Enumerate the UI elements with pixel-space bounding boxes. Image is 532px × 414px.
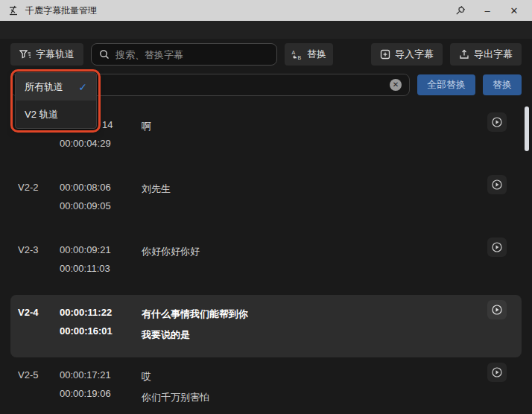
play-icon (491, 366, 503, 378)
window-title: 千鹿字幕批量管理 (25, 4, 97, 17)
import-icon (380, 49, 390, 60)
search-input[interactable] (115, 49, 269, 60)
dropdown-item-label: V2 轨道 (25, 108, 59, 121)
row-id: V2-4 (18, 307, 60, 318)
export-icon (459, 49, 469, 60)
export-label: 导出字幕 (474, 48, 513, 61)
check-icon: ✓ (78, 81, 87, 93)
import-subtitles-button[interactable]: 导入字幕 (371, 43, 443, 66)
row-text-line: 你好你好你好 (142, 241, 522, 262)
row-text-line: 哎 (142, 366, 522, 387)
search-box[interactable] (91, 43, 277, 66)
row-start-time: 00:00:11:22 (60, 307, 142, 318)
import-label: 导入字幕 (395, 48, 434, 61)
search-icon (99, 49, 110, 60)
play-button[interactable] (487, 112, 507, 132)
track-filter-button[interactable]: 字幕轨道 (10, 43, 83, 66)
replace-toggle-label: 替换 (307, 48, 326, 61)
row-start-time: 00:00:17:21 (60, 369, 142, 380)
row-end-time: 00:00:16:01 (60, 325, 142, 337)
row-end-time: 00:00:09:05 (60, 200, 142, 211)
row-end-time: 00:00:04:29 (60, 138, 142, 149)
svg-text:B: B (298, 55, 302, 60)
play-icon (491, 116, 503, 128)
play-button[interactable] (487, 363, 507, 382)
pin-icon (455, 5, 466, 16)
row-end-time: 00:00:19:06 (60, 388, 142, 399)
svg-text:A: A (292, 50, 296, 55)
export-subtitles-button[interactable]: 导出字幕 (450, 43, 522, 66)
row-end-time: 00:00:11:03 (60, 263, 142, 274)
row-id: V2-2 (18, 182, 60, 193)
play-button[interactable] (487, 238, 507, 257)
subtitle-row-3[interactable]: V2-3 00:00:09:21 00:00:11:03 你好你好你好 (10, 232, 522, 295)
row-id: V2-3 (18, 244, 60, 255)
play-icon (491, 241, 503, 253)
dropdown-item-v2-track[interactable]: V2 轨道 (16, 101, 96, 128)
header-band (0, 21, 532, 39)
subtitle-list: 14 00:00:04:29 啊 V2-2 00:00:08:06 00:00:… (0, 107, 532, 414)
track-filter-label: 字幕轨道 (36, 48, 75, 61)
dropdown-item-all-tracks[interactable]: 所有轨道 ✓ (16, 73, 96, 101)
clear-input-icon[interactable]: ✕ (390, 79, 402, 91)
row-text-line: 刘先生 (142, 179, 522, 200)
track-dropdown: 所有轨道 ✓ V2 轨道 (15, 72, 97, 129)
row-text-line: 你们千万别害怕 (142, 387, 522, 408)
scrollbar-thumb[interactable] (525, 106, 529, 151)
subtitle-row-2[interactable]: V2-2 00:00:08:06 00:00:09:05 刘先生 (10, 170, 522, 232)
toolbar: 字幕轨道 AB 替换 导入字幕 导 (0, 39, 532, 66)
subtitle-row-4-selected[interactable]: V2-4 00:00:11:22 00:00:16:01 有什么事情我们能帮到你… (10, 295, 522, 357)
row-start-time: 00:00:08:06 (60, 182, 142, 193)
replace-ab-icon: AB (291, 49, 303, 60)
row-text-line: 我要说的是 (142, 325, 522, 345)
pin-button[interactable] (450, 1, 471, 19)
replace-all-button[interactable]: 全部替换 (417, 74, 475, 95)
replace-button[interactable]: 替换 (483, 74, 522, 95)
titlebar: 千鹿字幕批量管理 – ✕ (0, 0, 532, 21)
row-start-time: 00:00:09:21 (60, 244, 142, 255)
filter-icon (19, 49, 31, 60)
row-text-line: 有什么事情我们能帮到你 (142, 304, 522, 325)
replace-toggle-button[interactable]: AB 替换 (285, 43, 333, 66)
play-icon (491, 304, 503, 316)
row-id: V2-5 (18, 369, 60, 380)
dropdown-item-label: 所有轨道 (25, 80, 63, 94)
row-text-line: 啊 (142, 116, 522, 137)
play-icon (491, 179, 503, 191)
app-logo-icon (7, 4, 19, 16)
subtitle-row-5[interactable]: V2-5 00:00:17:21 00:00:19:06 哎 你们千万别害怕 (10, 357, 522, 414)
play-button[interactable] (487, 300, 507, 319)
close-button[interactable]: ✕ (504, 1, 525, 19)
play-button[interactable] (487, 175, 507, 194)
minimize-button[interactable]: – (477, 1, 498, 19)
